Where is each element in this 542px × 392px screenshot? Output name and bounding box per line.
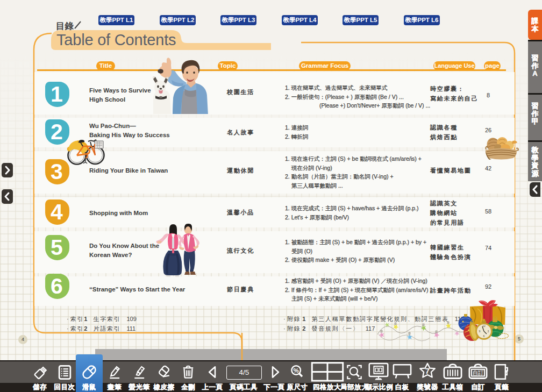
svg-text:7: 7 <box>425 366 430 375</box>
svg-text:12: 12 <box>482 324 486 327</box>
svg-text:自訂: 自訂 <box>473 370 484 376</box>
svg-text:%: % <box>294 367 299 374</box>
